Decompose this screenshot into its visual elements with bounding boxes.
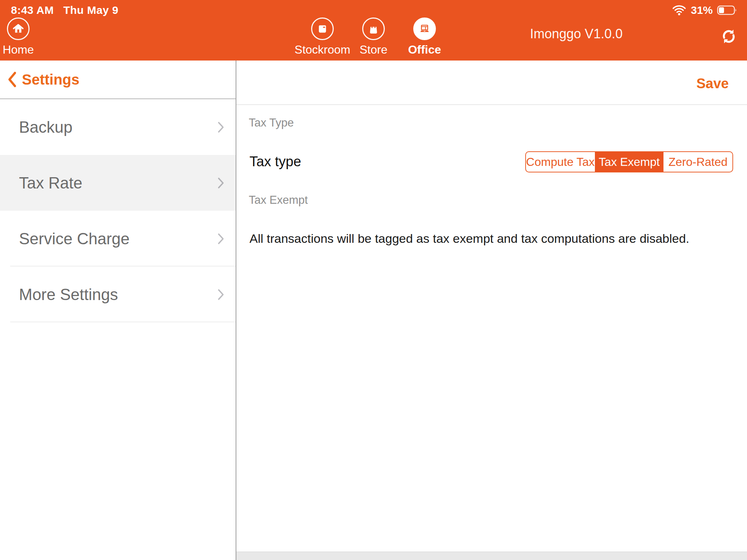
office-icon — [413, 18, 436, 40]
nav-tab-store[interactable]: Store — [344, 18, 403, 57]
settings-sidebar: Settings Backup Tax Rate Service Charge — [0, 61, 236, 560]
status-indicators: 31% — [672, 4, 738, 16]
save-button[interactable]: Save — [696, 76, 729, 92]
store-icon — [362, 18, 385, 40]
stockroom-icon — [311, 18, 334, 40]
status-bar: 8:43 AM Thu May 9 31% — [0, 0, 747, 17]
panel-header: Save — [236, 61, 747, 105]
tax-exempt-description: All transactions will be tagged as tax e… — [249, 232, 689, 246]
battery-percent: 31% — [691, 4, 713, 16]
sidebar-item-backup[interactable]: Backup — [0, 99, 236, 155]
status-time-date: 8:43 AM Thu May 9 — [11, 4, 119, 16]
back-chevron-icon — [7, 71, 17, 88]
body: Settings Backup Tax Rate Service Charge — [0, 61, 747, 560]
nav-home-button[interactable]: Home — [0, 18, 44, 57]
wifi-icon — [672, 5, 686, 16]
sidebar-item-label: More Settings — [19, 285, 217, 304]
app-screen: 8:43 AM Thu May 9 31% — [0, 0, 747, 560]
nav-stockroom-label: Stockroom — [295, 43, 351, 57]
sidebar-item-service-charge[interactable]: Service Charge — [0, 211, 236, 267]
chevron-right-icon — [217, 177, 225, 189]
chevron-right-icon — [217, 233, 225, 245]
segment-compute-tax[interactable]: Compute Tax — [526, 152, 595, 172]
bottom-strip — [236, 552, 747, 560]
section-label-tax-exempt: Tax Exempt — [249, 194, 308, 207]
tax-type-segmented-control: Compute Tax Tax Exempt Zero-Rated — [525, 151, 733, 172]
top-nav: Home Stockroom Store — [0, 16, 747, 61]
sidebar-header: Settings — [0, 61, 236, 99]
nav-tab-stockroom[interactable]: Stockroom — [293, 18, 352, 57]
segment-zero-rated[interactable]: Zero-Rated — [663, 152, 732, 172]
tax-rate-panel: Save Tax Type Tax type Compute Tax Tax E… — [236, 61, 747, 560]
top-bar: 8:43 AM Thu May 9 31% — [0, 0, 747, 61]
sync-icon — [719, 27, 738, 46]
segment-tax-exempt[interactable]: Tax Exempt — [595, 152, 664, 172]
chevron-right-icon — [217, 121, 225, 133]
back-to-settings-button[interactable]: Settings — [7, 71, 80, 88]
tax-type-row-label: Tax type — [249, 154, 301, 170]
status-date: Thu May 9 — [63, 4, 118, 16]
sidebar-item-more-settings[interactable]: More Settings — [0, 267, 236, 322]
nav-office-label: Office — [408, 43, 441, 57]
back-label: Settings — [22, 71, 80, 88]
nav-home-label: Home — [3, 43, 34, 57]
app-version: Imonggo V1.0.0 — [525, 26, 627, 42]
sidebar-item-label: Tax Rate — [19, 174, 217, 192]
sidebar-item-tax-rate[interactable]: Tax Rate — [0, 155, 236, 211]
battery-icon — [717, 5, 738, 15]
sync-button[interactable] — [717, 25, 740, 48]
home-icon — [7, 18, 30, 40]
nav-store-label: Store — [360, 43, 387, 57]
nav-tab-office[interactable]: Office — [395, 18, 454, 57]
sidebar-item-label: Backup — [19, 118, 217, 136]
status-time: 8:43 AM — [11, 4, 54, 16]
sidebar-item-label: Service Charge — [19, 230, 217, 248]
chevron-right-icon — [217, 288, 225, 301]
section-label-tax-type: Tax Type — [249, 116, 294, 129]
